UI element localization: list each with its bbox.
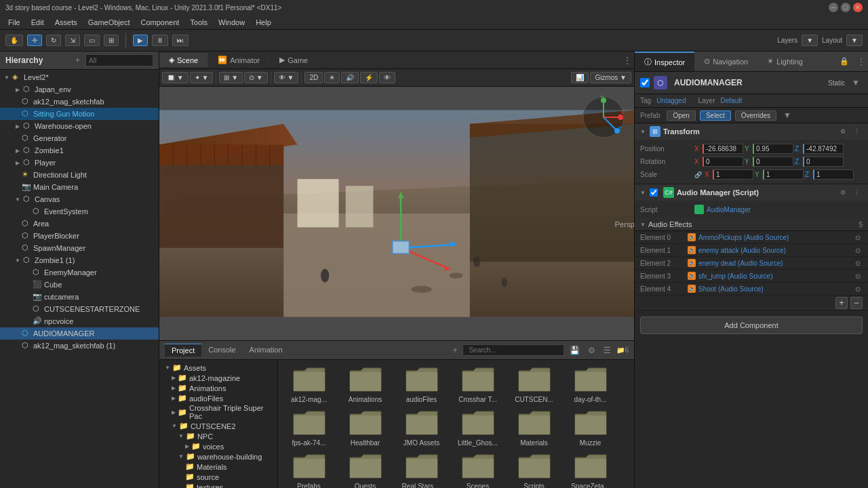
gizmos-toggle[interactable]: Gizmos ▼ — [590, 72, 631, 83]
tag-value[interactable]: Untagged — [656, 97, 686, 104]
asset-dayofdead[interactable]: day-of-th... — [565, 365, 616, 403]
viewport[interactable]: Persp Y X Z — [159, 87, 634, 340]
tree-item-zombie1-1[interactable]: ⬡ Zombie1 (1) — [0, 254, 159, 266]
tree-animations[interactable]: ▶ 📁 Animations — [162, 383, 275, 393]
maximize-button[interactable]: □ — [841, 3, 850, 12]
menu-gameobject[interactable]: GameObject — [83, 17, 136, 28]
perspective-button[interactable]: 👁 ▼ — [274, 72, 299, 83]
transform-menu[interactable]: ⋮ — [851, 127, 863, 136]
remove-element-button[interactable]: − — [850, 297, 863, 309]
asset-littleghost[interactable]: Little_Ghos... — [452, 409, 503, 447]
tree-voices[interactable]: ▶ 📁 voices — [162, 441, 275, 451]
transform-header[interactable]: ▼ ⊞ Transform ⚙ ⋮ — [635, 123, 868, 140]
asset-fps-ak74[interactable]: fps-ak-74... — [283, 409, 334, 447]
rotate-tool[interactable]: ↻ — [46, 35, 61, 46]
tree-item-eventsystem[interactable]: ⬡ EventSystem — [0, 205, 159, 218]
transform-tool[interactable]: ⊞ — [104, 35, 119, 46]
tree-item-cutcamera[interactable]: 📷 cutcamera — [0, 291, 159, 303]
tree-audiofiles[interactable]: ▶ 📁 audioFiles — [162, 393, 275, 403]
tree-item-warehouse[interactable]: ⬡ Warehouse-open — [0, 120, 159, 132]
shading-button[interactable]: 🔲 ▼ — [162, 72, 189, 83]
tree-npc[interactable]: ▼ 📁 NPC — [162, 431, 275, 441]
prefab-select-button[interactable]: Select — [700, 110, 731, 121]
move-tool[interactable]: ✛ — [27, 35, 42, 46]
element-4-name[interactable]: Shoot (Audio Source) — [698, 285, 764, 293]
tree-source[interactable]: 📁 source — [162, 472, 275, 482]
element-0-select[interactable]: ⊙ — [853, 232, 863, 242]
tab-lighting[interactable]: ☀ Lighting — [757, 52, 812, 71]
scale-y-input[interactable] — [763, 169, 804, 180]
element-2-select[interactable]: ⊙ — [853, 258, 863, 268]
menu-assets[interactable]: Assets — [50, 17, 83, 28]
tree-item-dirlight[interactable]: ☀ Directional Light — [0, 169, 159, 181]
asset-scenes[interactable]: Scenes — [452, 452, 503, 488]
audio-button[interactable]: 🔊 — [341, 72, 359, 83]
menu-help[interactable]: Help — [250, 17, 277, 28]
tree-item-zombie1[interactable]: ⬡ Zombie1 — [0, 144, 159, 157]
tree-item-cutscene-zone[interactable]: ⬡ CUTSCENESTARTERZONE — [0, 303, 159, 315]
asset-spacezeta[interactable]: SpaceZeta... — [565, 452, 616, 488]
element-0-name[interactable]: AmmoPickups (Audio Source) — [698, 234, 789, 241]
menu-component[interactable]: Component — [135, 17, 184, 28]
gameobject-name-input[interactable] — [674, 78, 824, 87]
element-2-name[interactable]: enemy dead (Audio Source) — [698, 260, 783, 267]
asset-healthbar[interactable]: Healthbar — [340, 409, 391, 447]
asset-audiofiles[interactable]: audioFiles — [396, 365, 447, 403]
transform-settings[interactable]: ⚙ — [837, 127, 848, 136]
tab-inspector[interactable]: ⓘ Inspector — [635, 52, 694, 71]
static-dropdown[interactable]: ▼ — [849, 77, 863, 89]
prefab-overrides-button[interactable]: Overrides — [735, 110, 776, 121]
tree-crosshair[interactable]: ▶ 📁 Crosshair Triple Super Pac — [162, 403, 275, 421]
layers-dropdown[interactable]: ▼ — [802, 35, 818, 46]
audiomanager-settings[interactable]: ⚙ — [837, 188, 848, 197]
assets-search-input[interactable] — [462, 344, 564, 356]
tab-project[interactable]: Project — [165, 344, 201, 357]
tree-item-ak12[interactable]: ⬡ ak12_mag_sketchfab — [0, 96, 159, 108]
tree-item-ak12-1[interactable]: ⬡ ak12_mag_sketchfab (1) — [0, 340, 159, 352]
tree-item-cube[interactable]: ⬛ Cube — [0, 279, 159, 291]
audiomanager-header[interactable]: ▼ C# Audio Manager (Script) ⚙ ⋮ — [635, 184, 868, 201]
tab-animation[interactable]: Animation — [243, 344, 290, 357]
tree-cutscene2[interactable]: ▼ 📁 CUTSCENE2 — [162, 421, 275, 431]
hidden-objects-button[interactable]: 👁 — [379, 72, 395, 83]
gizmos-button[interactable]: ⊙ ▼ — [244, 72, 268, 83]
menu-file[interactable]: File — [3, 17, 26, 28]
asset-cutscene[interactable]: CUTSCEN... — [509, 365, 559, 403]
hierarchy-search-input[interactable] — [85, 54, 153, 66]
asset-animations[interactable]: Animations — [340, 365, 391, 403]
pause-button[interactable]: ⏸ — [152, 35, 168, 46]
tree-item-spawnmanager[interactable]: ⬡ SpawnManager — [0, 242, 159, 254]
element-4-select[interactable]: ⊙ — [853, 284, 863, 293]
pos-z-input[interactable] — [803, 144, 844, 154]
tree-item-maincamera[interactable]: 📷 Main Camera — [0, 181, 159, 193]
step-button[interactable]: ⏭ — [172, 35, 189, 46]
asset-realstars[interactable]: Real Stars ... — [396, 452, 447, 488]
inspector-lock-button[interactable]: 🔒 — [837, 56, 852, 67]
rect-tool[interactable]: ▭ — [84, 35, 100, 46]
close-button[interactable]: ✕ — [853, 3, 863, 12]
grid-button[interactable]: ⊞ ▼ — [219, 72, 243, 83]
audiomanager-menu[interactable]: ⋮ — [851, 188, 863, 197]
tree-item-generator[interactable]: ⬡ Generator — [0, 132, 159, 144]
gameobject-active-checkbox[interactable] — [640, 78, 650, 87]
inspector-menu-button[interactable]: ⋮ — [854, 56, 868, 68]
menu-window[interactable]: Window — [213, 17, 250, 28]
tab-scene[interactable]: ◈ Scene — [159, 53, 208, 67]
tree-textures[interactable]: 📁 textures — [162, 482, 275, 488]
audiomanager-enabled-checkbox[interactable] — [650, 188, 658, 197]
prefab-dropdown[interactable]: ▼ — [781, 109, 794, 121]
tab-animator[interactable]: ⏩ Animator — [208, 53, 270, 67]
assets-settings-button[interactable]: ⚙ — [585, 344, 598, 357]
tree-item-sitting-gun[interactable]: ⬡ Sitting Gun Motion — [0, 108, 159, 120]
tree-item-canvas[interactable]: ⬡ Canvas — [0, 193, 159, 205]
element-3-select[interactable]: ⊙ — [853, 271, 863, 281]
tree-item-level2[interactable]: ◈ Level2* — [0, 71, 159, 83]
rot-y-input[interactable] — [753, 157, 793, 167]
lighting-button[interactable]: ☀ — [324, 72, 340, 83]
hand-tool[interactable]: ✋ — [5, 35, 23, 46]
script-name[interactable]: AudioManager — [707, 206, 751, 214]
add-element-button[interactable]: + — [835, 297, 848, 309]
pos-x-input[interactable] — [703, 144, 743, 154]
assets-save-button[interactable]: 💾 — [567, 344, 583, 357]
2d-button[interactable]: 2D — [304, 72, 323, 83]
